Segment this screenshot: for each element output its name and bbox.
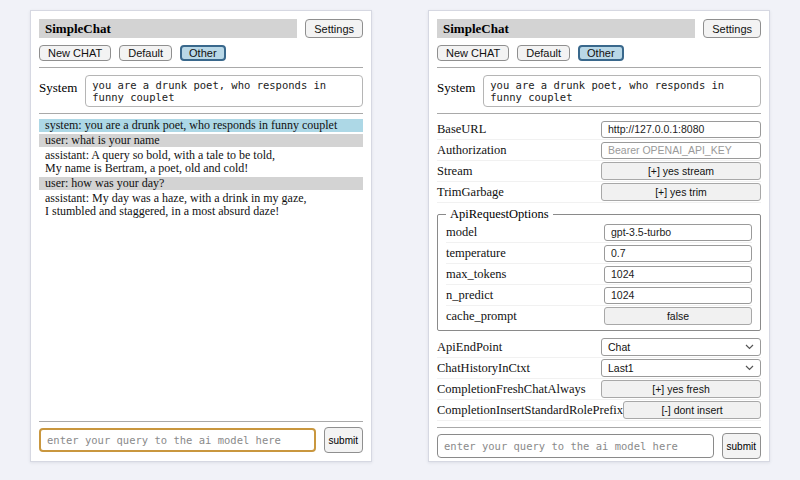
system-label: System xyxy=(39,75,77,96)
chat-panel-header: SimpleChat Settings xyxy=(39,19,363,38)
setting-label: Authorization xyxy=(437,143,506,158)
query-area: submit xyxy=(39,415,363,453)
setting-row-model: model xyxy=(446,222,752,243)
submit-button[interactable]: submit xyxy=(722,433,761,459)
query-row: submit xyxy=(437,433,761,459)
setting-row-chathistoryinctxt: ChatHistoryInCtxt Last1 xyxy=(437,358,761,379)
setting-row-apiendpoint: ApiEndPoint Chat xyxy=(437,337,761,358)
new-chat-button[interactable]: New CHAT xyxy=(39,45,111,61)
divider xyxy=(39,67,363,68)
chevron-down-icon xyxy=(745,344,754,350)
settings-button[interactable]: Settings xyxy=(305,19,363,38)
divider xyxy=(39,421,363,422)
chat-message-user: user: what is your name xyxy=(39,134,363,147)
app-title: SimpleChat xyxy=(39,19,297,38)
query-input[interactable] xyxy=(39,428,316,452)
setting-row-max-tokens: max_tokens xyxy=(446,264,752,285)
divider xyxy=(437,427,761,428)
setting-label: n_predict xyxy=(446,288,493,303)
system-prompt-row: System you are a drunk poet, who respond… xyxy=(39,75,363,107)
chevron-down-icon xyxy=(745,365,754,371)
api-request-options-fieldset: ApiRequestOptions model temperature max_… xyxy=(437,207,761,331)
system-prompt-row: System you are a drunk poet, who respond… xyxy=(437,75,761,107)
system-prompt-input[interactable]: you are a drunk poet, who responds in fu… xyxy=(483,75,761,107)
session-toolbar: New CHAT Default Other xyxy=(39,45,363,61)
setting-row-baseurl: BaseURL xyxy=(437,119,761,140)
setting-row-completioninsertstandardroleprefix: CompletionInsertStandardRolePrefix [-] d… xyxy=(437,400,761,421)
chat-log: system: you are a drunk poet, who respon… xyxy=(39,119,363,220)
system-label: System xyxy=(437,75,475,96)
chat-panel: SimpleChat Settings New CHAT Default Oth… xyxy=(30,10,372,462)
setting-row-temperature: temperature xyxy=(446,243,752,264)
setting-row-n-predict: n_predict xyxy=(446,285,752,306)
divider xyxy=(437,67,761,68)
submit-button[interactable]: submit xyxy=(324,427,363,453)
session-button-other[interactable]: Other xyxy=(180,45,226,61)
divider xyxy=(437,113,761,114)
session-button-other[interactable]: Other xyxy=(578,45,624,61)
system-prompt-input[interactable]: you are a drunk poet, who responds in fu… xyxy=(85,75,363,107)
setting-label: ChatHistoryInCtxt xyxy=(437,361,530,376)
selected-option: Chat xyxy=(608,341,630,353)
chat-message-assistant: assistant: A query so bold, with a tale … xyxy=(39,149,363,175)
setting-row-authorization: Authorization xyxy=(437,140,761,161)
query-area: submit xyxy=(437,421,761,459)
session-button-default[interactable]: Default xyxy=(119,45,172,61)
session-button-default[interactable]: Default xyxy=(517,45,570,61)
setting-label: cache_prompt xyxy=(446,309,517,324)
stream-toggle-button[interactable]: [+] yes stream xyxy=(601,162,761,180)
temperature-input[interactable] xyxy=(604,245,752,262)
settings-panel: SimpleChat Settings New CHAT Default Oth… xyxy=(428,10,770,462)
model-input[interactable] xyxy=(604,224,752,241)
selected-option: Last1 xyxy=(608,362,634,374)
max-tokens-input[interactable] xyxy=(604,266,752,283)
setting-label: CompletionInsertStandardRolePrefix xyxy=(437,403,623,418)
n-predict-input[interactable] xyxy=(604,287,752,304)
authorization-input[interactable] xyxy=(601,142,761,159)
setting-label: CompletionFreshChatAlways xyxy=(437,382,586,397)
setting-label: temperature xyxy=(446,246,506,261)
setting-label: max_tokens xyxy=(446,267,506,282)
baseurl-input[interactable] xyxy=(601,121,761,138)
app-title: SimpleChat xyxy=(437,19,695,38)
setting-row-trimgarbage: TrimGarbage [+] yes trim xyxy=(437,182,761,203)
setting-label: BaseURL xyxy=(437,122,486,137)
new-chat-button[interactable]: New CHAT xyxy=(437,45,509,61)
completion-insert-toggle-button[interactable]: [-] dont insert xyxy=(623,401,761,419)
divider xyxy=(39,113,363,114)
cache-prompt-toggle-button[interactable]: false xyxy=(604,307,752,325)
setting-row-cache-prompt: cache_prompt false xyxy=(446,306,752,326)
settings-button[interactable]: Settings xyxy=(703,19,761,38)
query-input[interactable] xyxy=(437,434,714,458)
setting-label: TrimGarbage xyxy=(437,185,504,200)
apiendpoint-select[interactable]: Chat xyxy=(601,338,761,356)
setting-label: ApiEndPoint xyxy=(437,340,502,355)
chat-message-assistant: assistant: My day was a haze, with a dri… xyxy=(39,192,363,218)
setting-row-stream: Stream [+] yes stream xyxy=(437,161,761,182)
fieldset-legend: ApiRequestOptions xyxy=(446,207,553,222)
setting-label: model xyxy=(446,225,477,240)
completion-fresh-toggle-button[interactable]: [+] yes fresh xyxy=(601,380,761,398)
trimgarbage-toggle-button[interactable]: [+] yes trim xyxy=(601,183,761,201)
settings-panel-header: SimpleChat Settings xyxy=(437,19,761,38)
chat-message-user: user: how was your day? xyxy=(39,177,363,190)
chat-message-system: system: you are a drunk poet, who respon… xyxy=(39,119,363,132)
chathistoryinctxt-select[interactable]: Last1 xyxy=(601,359,761,377)
query-row: submit xyxy=(39,427,363,453)
setting-row-completionfreshchatalways: CompletionFreshChatAlways [+] yes fresh xyxy=(437,379,761,400)
setting-label: Stream xyxy=(437,164,472,179)
session-toolbar: New CHAT Default Other xyxy=(437,45,761,61)
